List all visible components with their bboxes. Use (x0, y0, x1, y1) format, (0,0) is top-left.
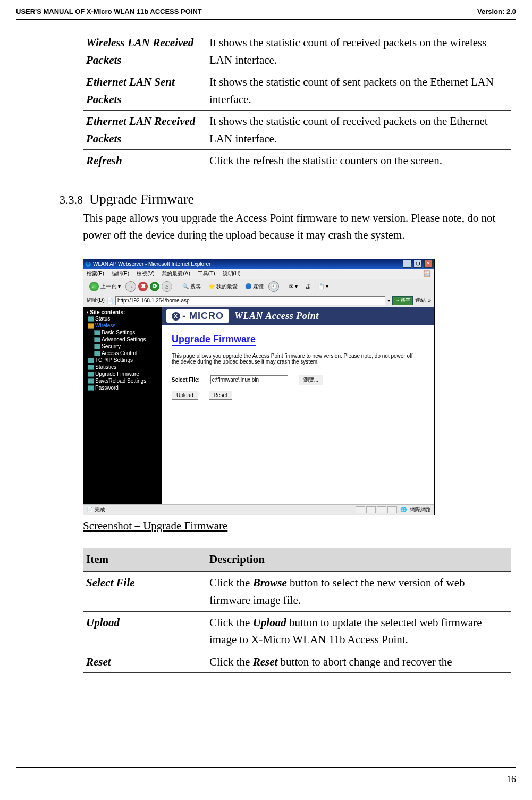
description-cell: Click the Upload button to update the se… (206, 611, 511, 651)
header-description: Description (206, 548, 511, 572)
reset-button[interactable]: Reset (209, 391, 232, 400)
refresh-button[interactable]: ⟳ (150, 282, 159, 291)
forward-button[interactable]: → (125, 281, 136, 292)
embedded-screenshot: 🌐WLAN AP Webserver - Microsoft Internet … (83, 259, 435, 515)
toolbar: ←上一頁 ▾ → ✖ ⟳ ⌂ 🔍 搜尋 ⭐ 我的最愛 🔵 媒體 🕘 ✉ ▾ 🖨 … (83, 279, 434, 294)
panel-paragraph: This page allows you upgrade the Access … (172, 353, 416, 369)
header-left: USER'S MANUAL OF X-Micro WLAN 11b ACCESS… (16, 7, 202, 15)
term-cell: Upload (83, 611, 206, 651)
header-item: Item (83, 548, 206, 572)
section-title: Upgrade Firmware (89, 191, 194, 207)
media-button[interactable]: 🔵 媒體 (242, 282, 266, 291)
search-button[interactable]: 🔍 搜尋 (180, 282, 204, 291)
footer-rule (16, 767, 516, 768)
upload-button[interactable]: Upload (172, 391, 198, 400)
section-heading-row: 3.3.8 Upgrade Firmware (43, 191, 511, 207)
close-button[interactable]: × (424, 260, 433, 268)
file-row: Select File: 瀏覽... (172, 375, 425, 385)
main-pane: X- MICRO WLAN Access Point Upgrade Firmw… (162, 307, 434, 504)
definitions-table-top: Wireless LAN Received PacketsIt shows th… (83, 32, 511, 172)
mail-button[interactable]: ✉ ▾ (286, 282, 300, 290)
description-cell: Click the refresh the statistic counters… (206, 150, 511, 172)
menu-tools[interactable]: 工具(T) (198, 270, 215, 277)
brand-bar: X- MICRO WLAN Access Point (162, 307, 434, 325)
table-row: UploadClick the Upload button to update … (83, 611, 511, 651)
sidebar-item[interactable]: Save/Reload Settings (88, 377, 161, 384)
divider (16, 19, 516, 20)
table-row: Ethernet LAN Sent PacketsIt shows the st… (83, 71, 511, 111)
term-cell: Reset (83, 651, 206, 673)
address-bar: 網址(D) 📄 ▾ → 移至 連結 » (83, 294, 434, 307)
brand-title: WLAN Access Point (234, 310, 319, 322)
description-cell: It shows the statistic count of sent pac… (206, 71, 511, 111)
windows-flag-icon: 🪟 (423, 270, 431, 277)
section-number: 3.3.8 (43, 193, 89, 207)
menu-favorites[interactable]: 我的最愛(A) (162, 270, 190, 277)
sidebar-item[interactable]: Statistics (88, 364, 161, 370)
back-icon: ← (89, 282, 99, 291)
description-cell: It shows the statistic count of received… (206, 111, 511, 150)
description-cell: Click the Reset button to abort change a… (206, 651, 511, 673)
status-zone: 網際網路 (410, 506, 431, 513)
file-path-input[interactable] (210, 375, 288, 384)
sidebar-header: Site contents: (90, 309, 125, 315)
brand-logo: X- MICRO (166, 309, 229, 323)
window-titlebar: 🌐WLAN AP Webserver - Microsoft Internet … (83, 259, 434, 269)
status-bar: 📄 完成 🌐 網際網路 (83, 504, 434, 515)
address-dropdown-icon[interactable]: ▾ (387, 298, 390, 304)
home-button[interactable]: ⌂ (162, 281, 172, 292)
minimize-button[interactable]: _ (403, 260, 411, 268)
sidebar-item[interactable]: Upgrade Firmware (88, 370, 161, 377)
description-cell: Click the Browse button to select the ne… (206, 571, 511, 611)
page-icon: 📄 (107, 298, 113, 304)
menu-edit[interactable]: 編輯(E) (112, 270, 129, 277)
term-cell: Wireless LAN Received Packets (83, 32, 206, 71)
ie-icon: 🌐 (85, 262, 91, 267)
sidebar-item[interactable]: Security (94, 343, 161, 350)
brand-x-icon: X (172, 312, 180, 321)
sidebar-item[interactable]: Wireless (88, 322, 161, 329)
action-row: Upload Reset (172, 391, 425, 400)
section-body: This page allows you upgrade the Access … (83, 209, 511, 244)
page-header: USER'S MANUAL OF X-Micro WLAN 11b ACCESS… (16, 5, 516, 18)
window-title-text: 🌐WLAN AP Webserver - Microsoft Internet … (85, 261, 210, 267)
go-button[interactable]: → 移至 (392, 296, 413, 305)
sidebar-item[interactable]: Status (88, 315, 161, 322)
sidebar-item[interactable]: Advanced Settings (94, 336, 161, 343)
divider-thin (16, 21, 516, 21)
favorites-button[interactable]: ⭐ 我的最愛 (206, 282, 240, 291)
menubar: 檔案(F) 編輯(E) 檢視(V) 我的最愛(A) 工具(T) 說明(H) 🪟 (83, 269, 434, 279)
edit-doc-button[interactable]: 📋 ▾ (315, 282, 331, 290)
term-cell: Ethernet LAN Received Packets (83, 111, 206, 150)
sidebar-item[interactable]: Basic Settings (94, 329, 161, 336)
links-label[interactable]: 連結 (415, 297, 426, 304)
back-button[interactable]: ←上一頁 ▾ (87, 281, 123, 292)
menu-file[interactable]: 檔案(F) (87, 270, 104, 277)
menu-view[interactable]: 檢視(V) (137, 270, 154, 277)
table-row: Wireless LAN Received PacketsIt shows th… (83, 32, 511, 71)
menu-help[interactable]: 說明(H) (223, 270, 241, 277)
header-right: Version: 2.0 (477, 7, 516, 15)
browse-button[interactable]: 瀏覽... (299, 375, 323, 385)
sidebar-item[interactable]: Password (88, 384, 161, 391)
page: USER'S MANUAL OF X-Micro WLAN 11b ACCESS… (0, 0, 532, 800)
history-button[interactable]: 🕘 (268, 281, 279, 292)
status-boxes (356, 506, 397, 513)
links-chevron-icon: » (428, 298, 431, 304)
stop-button[interactable]: ✖ (138, 282, 148, 291)
maximize-button[interactable]: ▢ (413, 260, 422, 268)
table-row: Ethernet LAN Received PacketsIt shows th… (83, 111, 511, 150)
page-number: 16 (506, 774, 516, 785)
definitions-table-bottom: Item Description Select FileClick the Br… (83, 548, 511, 673)
sidebar-item[interactable]: Access Control (94, 350, 161, 357)
term-cell: Refresh (83, 150, 206, 172)
table-row: Select FileClick the Browse button to se… (83, 571, 511, 611)
content-area: Wireless LAN Received PacketsIt shows th… (83, 32, 511, 673)
print-button[interactable]: 🖨 (302, 282, 313, 290)
sidebar-item[interactable]: TCP/IP Settings (88, 357, 161, 364)
term-cell: Ethernet LAN Sent Packets (83, 71, 206, 111)
address-input[interactable] (115, 296, 385, 305)
screenshot-caption: Screenshot – Upgrade Firmware (83, 519, 511, 533)
address-label: 網址(D) (87, 297, 105, 304)
footer-rule-thin (16, 770, 516, 770)
